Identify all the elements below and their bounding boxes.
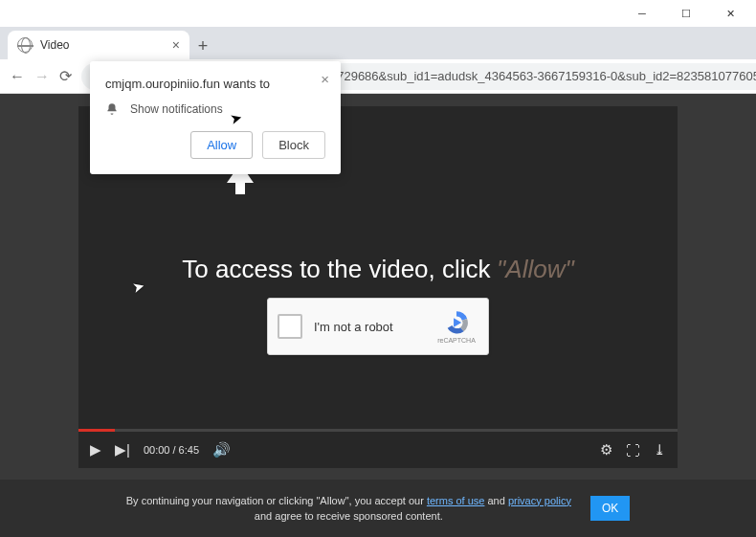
back-button[interactable]: ← (10, 68, 25, 85)
recaptcha-widget[interactable]: I'm not a robot reCAPTCHA (267, 298, 489, 355)
allow-button[interactable]: Allow (190, 131, 253, 159)
minimize-button[interactable]: ─ (620, 0, 664, 27)
privacy-link[interactable]: privacy policy (508, 495, 571, 506)
svg-marker-1 (454, 318, 461, 326)
block-button[interactable]: Block (262, 131, 325, 159)
headline-text: To access to the video, click "Allow" (78, 255, 678, 284)
maximize-button[interactable]: ☐ (664, 0, 708, 27)
notification-origin: cmjqm.ouropiniio.fun wants to (105, 77, 325, 91)
terms-link[interactable]: terms of use (427, 495, 485, 506)
recaptcha-checkbox[interactable] (278, 314, 302, 339)
player-controls: ▶ ▶| 00:00 / 6:45 🔊 ⚙ ⛶ ⤓ (78, 432, 678, 468)
close-window-button[interactable]: ✕ (708, 0, 752, 27)
globe-icon (17, 37, 33, 53)
close-tab-icon[interactable]: × (172, 37, 180, 53)
volume-icon[interactable]: 🔊 (212, 441, 231, 459)
browser-tab[interactable]: Video × (8, 31, 189, 59)
tab-bar: Video × + (0, 27, 756, 59)
bell-icon (105, 102, 119, 116)
download-icon[interactable]: ⤓ (654, 441, 666, 459)
play-icon[interactable]: ▶ (90, 441, 101, 459)
tab-title: Video (40, 38, 165, 52)
consent-footer: By continuing your navigation or clickin… (0, 480, 756, 537)
reload-button[interactable]: ⟳ (59, 67, 72, 85)
settings-icon[interactable]: ⚙ (600, 441, 612, 459)
consent-ok-button[interactable]: OK (590, 496, 630, 521)
time-display: 00:00 / 6:45 (144, 444, 199, 456)
notification-message: Show notifications (130, 102, 223, 116)
window-titlebar: ─ ☐ ✕ (0, 0, 756, 27)
close-icon[interactable]: × (321, 71, 329, 87)
notification-permission-dialog: × cmjqm.ouropiniio.fun wants to Show not… (90, 61, 341, 174)
fullscreen-icon[interactable]: ⛶ (626, 442, 640, 459)
new-tab-button[interactable]: + (189, 33, 216, 59)
forward-button[interactable]: → (34, 68, 50, 85)
next-icon[interactable]: ▶| (115, 441, 130, 459)
recaptcha-label: I'm not a robot (314, 320, 423, 334)
consent-text: By continuing your navigation or clickin… (126, 493, 571, 525)
recaptcha-logo: reCAPTCHA (434, 309, 478, 344)
